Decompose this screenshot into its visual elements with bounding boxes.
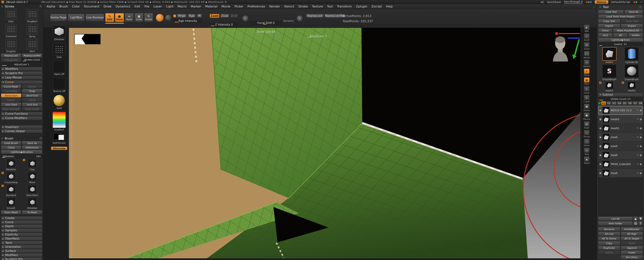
- goz-all-button[interactable]: All: [613, 33, 628, 37]
- tray-texture-slot[interactable]: Texture Off: [53, 78, 65, 93]
- m-button[interactable]: M: [196, 14, 202, 18]
- menu-item[interactable]: Zplugin: [354, 4, 369, 9]
- menu-item[interactable]: Stroke: [296, 4, 310, 9]
- visibility-tab[interactable]: V6: [628, 101, 632, 105]
- visibility-eye-icon[interactable]: ◉: [599, 154, 601, 156]
- brush-id-slider[interactable]: ZModeler. 194: [1, 154, 42, 158]
- list-all-button[interactable]: List All: [598, 217, 633, 221]
- move-mode-button[interactable]: ↔Move: [125, 13, 134, 22]
- tray-stroke-slot[interactable]: Dots: [52, 43, 66, 58]
- shelf-button[interactable]: 1:1: [584, 51, 590, 56]
- brush-thumbnail[interactable]: [28, 159, 37, 168]
- menu-item[interactable]: Document: [82, 4, 102, 9]
- stroke-section-header[interactable]: ▶Sculptris Pro: [1, 71, 42, 75]
- stroke-section-header[interactable]: ▶Curve Modifiers: [1, 116, 42, 120]
- shelf-button[interactable]: ▣: [584, 104, 590, 109]
- brush-thumbnail[interactable]: [28, 172, 37, 181]
- subtool-row[interactable]: ◉ PM3D_Cube3D1 ✎ ●: [598, 160, 643, 169]
- brush-section-header[interactable]: ▶Curve: [1, 220, 42, 224]
- import-button[interactable]: Import: [598, 24, 620, 28]
- polypaint-icon[interactable]: ✎: [637, 109, 638, 112]
- shelf-button[interactable]: ▤: [584, 121, 590, 127]
- polypaint-icon[interactable]: ✎: [637, 127, 638, 130]
- tray-material-slot[interactable]: Gold: [53, 95, 65, 110]
- current-brush-preview[interactable]: [156, 14, 164, 22]
- shelf-button[interactable]: ◐: [584, 25, 590, 30]
- paste-subtool-button[interactable]: Paste: [621, 241, 643, 245]
- subtool-section-header[interactable]: ▼Subtool: [598, 93, 643, 97]
- interpolate-button[interactable]: Interpolate: [1, 58, 21, 62]
- curve-option-left[interactable]: Bend Start: [1, 94, 21, 98]
- texture-thumbnail[interactable]: [53, 78, 65, 89]
- brush-palette-header[interactable]: ≣ Brush R: [0, 136, 43, 140]
- panel-collapse-icon[interactable]: ‹: [593, 5, 594, 9]
- menu-item[interactable]: Draw: [102, 4, 114, 9]
- z-intensity-slider[interactable]: Z Intensity 0: [210, 23, 238, 26]
- brush-item[interactable]: ZModeler: [22, 198, 42, 210]
- tray-alpha-slot[interactable]: Alpha Off: [53, 61, 65, 76]
- subtool-eye-icon[interactable]: ●: [640, 127, 642, 130]
- material-ball[interactable]: [53, 95, 65, 106]
- brush-thumbnail[interactable]: [6, 185, 16, 194]
- append-button[interactable]: Append: [621, 246, 643, 250]
- tool-thumbnail[interactable]: [624, 64, 639, 78]
- material-sphere-icon[interactable]: [165, 14, 172, 21]
- curve-option-left[interactable]: CurveStep: [1, 89, 21, 93]
- menu-item[interactable]: Light: [164, 4, 176, 9]
- brush-section-header[interactable]: ▶FiberMesh: [1, 237, 42, 241]
- brush-thumbnail[interactable]: [28, 185, 37, 194]
- alpha-thumbnail[interactable]: [53, 61, 65, 72]
- tool-item[interactable]: 8 mesh2: [621, 82, 642, 92]
- see-through-slider[interactable]: See-through 0: [564, 0, 583, 4]
- stroke-type-thumbnail[interactable]: [5, 24, 17, 35]
- tool-item[interactable]: Cylinder3D: [621, 47, 642, 64]
- stroke-adjust-last-slider[interactable]: AdjustLast 1: [1, 62, 42, 66]
- brush-thumbnail[interactable]: [6, 198, 16, 207]
- close-icon[interactable]: ×: [640, 0, 642, 3]
- stroke-type-item[interactable]: Spray: [22, 24, 42, 38]
- shelf-button[interactable]: ○: [584, 139, 590, 144]
- menu-item[interactable]: Color: [70, 4, 82, 9]
- replay-last-rel-button[interactable]: ReplayLastRel: [324, 14, 345, 18]
- subtool-up-button[interactable]: ▲: [633, 217, 638, 221]
- scale-mode-button[interactable]: ▣Scale: [134, 13, 144, 22]
- export-button[interactable]: Export: [621, 24, 643, 28]
- load-tool-button[interactable]: Load Tool: [598, 10, 624, 14]
- subtool-row[interactable]: ◉ ND510 C01 v1-2 ✎ ●: [598, 106, 643, 115]
- curve-option-left[interactable]: Rope Strength: [1, 107, 21, 111]
- save-tool-button[interactable]: Save As: [624, 10, 643, 14]
- stroke-section-header[interactable]: ▶Modifiers: [1, 67, 42, 71]
- curve-option-left[interactable]: Curve Mode: [1, 85, 21, 89]
- stroke-section-header[interactable]: ▶Lazy Mouse: [1, 76, 42, 79]
- polypaint-icon[interactable]: ✎: [637, 172, 638, 174]
- stroke-section-header[interactable]: ▶Curve Functions: [1, 112, 42, 116]
- draw-mode-button[interactable]: ●Draw: [115, 13, 124, 22]
- visible-count-slider[interactable]: Visible Count 13: [598, 97, 643, 101]
- curve-option-right[interactable]: Bend End: [22, 94, 42, 98]
- subtool-row[interactable]: ◉ mesh ✎ ●: [598, 142, 643, 151]
- current-brush-thumbnail[interactable]: [52, 25, 66, 38]
- all-to-target-button[interactable]: All To Target: [621, 237, 643, 241]
- folder-move-button[interactable]: ↕: [638, 221, 643, 225]
- del-other-button[interactable]: Del Other: [620, 255, 643, 259]
- polypaint-icon[interactable]: ✎: [637, 163, 638, 165]
- tool-thumbnail[interactable]: [628, 82, 636, 89]
- tool-palette-menu-icon[interactable]: R: [639, 6, 642, 8]
- polypaint-icon[interactable]: ✎: [637, 118, 638, 121]
- menu-item[interactable]: Layer: [152, 4, 164, 9]
- lightbox-button[interactable]: LightBox: [68, 14, 84, 21]
- tool-item[interactable]: EraserBrush: [621, 64, 642, 81]
- menu-item[interactable]: Dynamics: [114, 4, 132, 9]
- stroke-replay-last-rel-button[interactable]: ReplayLastRel: [22, 53, 42, 58]
- canvas-scroll-strip[interactable]: [580, 28, 582, 258]
- edit-mode-button[interactable]: ✎Edit: [105, 13, 114, 22]
- visibility-tab[interactable]: V3: [612, 101, 616, 105]
- subtool-eye-icon[interactable]: ●: [640, 154, 642, 156]
- menu-item[interactable]: Movie: [220, 4, 232, 9]
- menu-item[interactable]: Picker: [232, 4, 246, 9]
- copy-tool-button[interactable]: Copy Tool: [598, 19, 620, 23]
- stroke-replay-last-button[interactable]: ReplayLast: [1, 53, 21, 58]
- subtool-eye-icon[interactable]: ●: [640, 172, 642, 174]
- polypaint-icon[interactable]: ✎: [637, 154, 638, 156]
- stroke-type-thumbnail[interactable]: [26, 9, 38, 20]
